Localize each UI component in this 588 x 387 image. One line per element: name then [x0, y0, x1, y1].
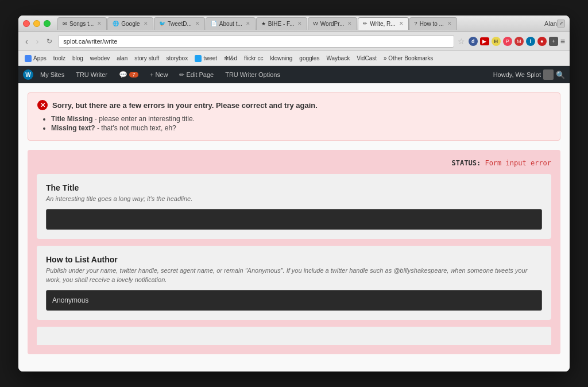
- status-value: Form input error: [485, 159, 551, 167]
- lastpass-icon[interactable]: ●: [537, 37, 547, 46]
- tab-howto-icon: ?: [415, 21, 417, 26]
- tab-bihe-close[interactable]: ✕: [297, 21, 302, 26]
- bookmark-apps-icon: [25, 55, 32, 62]
- tab-google-close[interactable]: ✕: [144, 21, 148, 26]
- tab-howto-close[interactable]: ✕: [447, 21, 452, 26]
- tru-writer-link[interactable]: TRU Writer: [71, 69, 112, 80]
- url-text: splot.ca/writer/write: [63, 38, 117, 45]
- youtube-icon[interactable]: ▶: [480, 37, 489, 45]
- bookmark-tweet-label: tweet: [203, 55, 217, 61]
- tab-bihe-label: BIHE - F...: [268, 21, 295, 27]
- tab-google-icon: 🌐: [113, 21, 119, 26]
- error-item-text: Missing text? - that's not much text, eh…: [51, 124, 551, 132]
- tab-songs-close[interactable]: ✕: [97, 21, 102, 26]
- howdy-section[interactable]: Howdy, We Splot: [493, 69, 554, 80]
- wp-search-icon[interactable]: 🔍: [556, 71, 565, 79]
- hootlet-icon[interactable]: H: [492, 37, 501, 46]
- wp-logo[interactable]: W: [23, 69, 33, 80]
- pocket-icon[interactable]: P: [503, 37, 512, 46]
- tab-about-close[interactable]: ✕: [246, 21, 250, 26]
- tab-write[interactable]: ✏ Write, R... ✕: [358, 17, 408, 30]
- tab-google-label: Google: [121, 21, 140, 27]
- new-content-button[interactable]: + New: [145, 69, 173, 80]
- back-button[interactable]: ‹: [23, 36, 30, 47]
- status-label: STATUS:: [452, 159, 481, 167]
- tab-tweet-label: TweetD...: [168, 21, 192, 27]
- address-bar: ‹ › ↻ splot.ca/writer/write ☆ d ▶ H P M …: [18, 32, 570, 51]
- mail-icon[interactable]: M: [514, 37, 524, 46]
- bookmark-toolz-label: toolz: [53, 55, 65, 61]
- bookmark-blog[interactable]: blog: [69, 54, 86, 63]
- forward-button[interactable]: ›: [34, 36, 41, 47]
- tru-writer-options-button[interactable]: TRU Writer Options: [220, 69, 285, 80]
- title-field-label: The Title: [46, 183, 542, 192]
- bookmark-td[interactable]: ✻t&d: [221, 54, 240, 63]
- bookmark-star-icon[interactable]: ☆: [458, 37, 465, 46]
- bookmark-klowning-label: klowning: [270, 55, 292, 61]
- tru-writer-label: TRU Writer: [76, 71, 107, 78]
- bookmark-apps-label: Apps: [33, 55, 47, 61]
- maximize-button[interactable]: [44, 20, 51, 27]
- bookmark-other[interactable]: » Other Bookmarks: [381, 54, 436, 63]
- url-bar[interactable]: splot.ca/writer/write: [58, 35, 454, 48]
- bookmarks-bar: Apps toolz blog webdev alan story stuff …: [18, 51, 570, 66]
- error-title-missing-msg: - please enter an interesting title.: [95, 115, 195, 123]
- bookmark-td-label: ✻t&d: [224, 55, 237, 61]
- error-list: Title Missing - please enter an interest…: [37, 115, 551, 132]
- tab-howto[interactable]: ? How to ... ✕: [409, 17, 457, 30]
- tab-about[interactable]: 📄 About t... ✕: [206, 17, 256, 30]
- bookmark-tweet[interactable]: tweet: [192, 54, 220, 63]
- bookmark-webdev[interactable]: webdev: [87, 54, 113, 63]
- bookmark-story-label: story stuff: [134, 55, 159, 61]
- title-input[interactable]: [46, 209, 542, 230]
- extension-icon[interactable]: +: [549, 37, 558, 46]
- menu-icon[interactable]: ≡: [560, 37, 565, 46]
- tab-wordpress[interactable]: W WordPr... ✕: [308, 17, 357, 30]
- delicious-icon[interactable]: d: [469, 37, 478, 46]
- bookmark-vidcast[interactable]: VidCast: [354, 54, 380, 63]
- my-sites-menu[interactable]: My Sites: [36, 69, 69, 80]
- tab-write-close[interactable]: ✕: [399, 21, 404, 26]
- bookmark-toolz[interactable]: toolz: [51, 54, 68, 63]
- wp-logo-text: W: [25, 72, 30, 78]
- bookmark-alan-label: alan: [117, 55, 127, 61]
- error-missing-text-label: Missing text?: [51, 124, 95, 132]
- tab-tweet-icon: 🐦: [159, 21, 165, 26]
- bookmark-vidcast-label: VidCast: [357, 55, 377, 61]
- comments-button[interactable]: 💬 7: [114, 68, 143, 81]
- edit-icon: ✏: [179, 71, 184, 79]
- window-resize-button[interactable]: ⤢: [557, 20, 565, 28]
- tab-wp-close[interactable]: ✕: [347, 21, 352, 26]
- bookmark-story-stuff[interactable]: story stuff: [131, 54, 162, 63]
- bookmark-alan[interactable]: alan: [114, 54, 130, 63]
- edit-page-button[interactable]: ✏ Edit Page: [175, 69, 218, 81]
- bookmark-goggles[interactable]: goggles: [296, 54, 322, 63]
- title-section: The Title An interesting title goes a lo…: [37, 174, 551, 239]
- traffic-lights: [23, 20, 51, 27]
- info-icon[interactable]: i: [526, 37, 535, 46]
- bookmark-flickr[interactable]: flickr cc: [241, 54, 266, 63]
- minimize-button[interactable]: [33, 20, 40, 27]
- tab-tweetdeck[interactable]: 🐦 TweetD... ✕: [154, 17, 205, 30]
- tab-about-label: About t...: [219, 21, 242, 27]
- title-field-desc: An interesting title goes a long way; it…: [46, 195, 542, 203]
- bookmark-klowning[interactable]: klowning: [267, 54, 295, 63]
- close-button[interactable]: [23, 20, 30, 27]
- author-input[interactable]: [46, 290, 542, 311]
- tab-google[interactable]: 🌐 Google ✕: [107, 17, 153, 30]
- tab-tweet-close[interactable]: ✕: [195, 21, 200, 26]
- bookmark-blog-label: blog: [72, 55, 83, 61]
- bookmark-tweet-icon: [195, 55, 202, 62]
- tab-songs[interactable]: ✉ Songs t... ✕: [57, 17, 107, 30]
- tab-bihe[interactable]: ★ BIHE - F... ✕: [256, 17, 308, 30]
- tab-about-icon: 📄: [211, 21, 217, 26]
- bookmark-wayback[interactable]: Wayback: [323, 54, 353, 63]
- howdy-text: Howdy, We Splot: [493, 71, 541, 78]
- bookmark-wayback-label: Wayback: [326, 55, 350, 61]
- bookmark-apps[interactable]: Apps: [22, 54, 49, 63]
- reload-button[interactable]: ↻: [44, 36, 55, 47]
- bookmark-storybox[interactable]: storybox: [163, 54, 191, 63]
- bookmark-flickr-label: flickr cc: [244, 55, 263, 61]
- next-section-partial: [37, 327, 551, 345]
- user-name: Alan: [544, 20, 557, 27]
